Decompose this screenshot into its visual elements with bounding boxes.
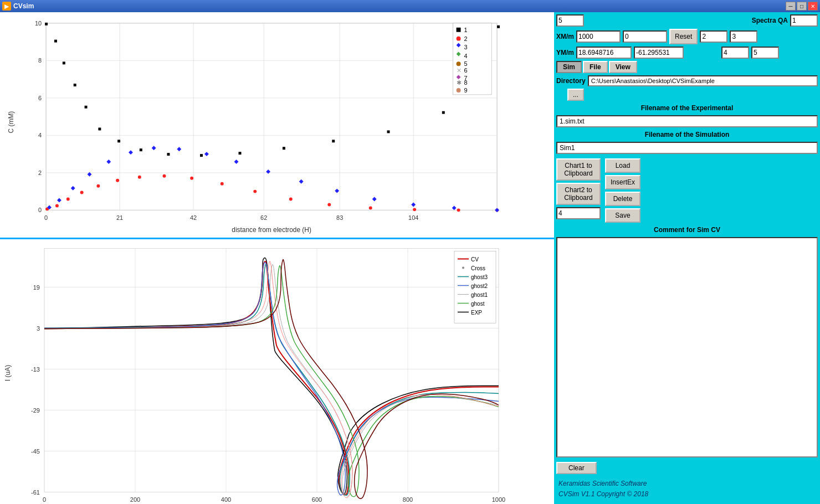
- chart-num-input[interactable]: [556, 207, 601, 219]
- svg-rect-30: [54, 40, 57, 43]
- footer-line1: Keramidas Scientific Software: [558, 479, 816, 489]
- browse-btn-row: ...: [556, 89, 818, 101]
- svg-point-58: [369, 206, 372, 209]
- svg-text:6: 6: [464, 67, 468, 74]
- num-input-5[interactable]: [751, 47, 779, 59]
- svg-text:42: 42: [190, 214, 197, 221]
- svg-text:-61: -61: [31, 489, 40, 496]
- svg-point-49: [96, 184, 100, 188]
- maximize-button[interactable]: □: [797, 2, 807, 11]
- xm-input2[interactable]: [623, 30, 667, 43]
- svg-point-52: [163, 174, 166, 178]
- clear-button[interactable]: Clear: [556, 462, 597, 474]
- footer-line2: CVSim V1.1 Copyright © 2018: [558, 489, 816, 500]
- svg-text:400: 400: [221, 496, 231, 503]
- num-input-4[interactable]: [721, 47, 749, 59]
- svg-text:ghost: ghost: [471, 301, 485, 307]
- svg-text:10: 10: [35, 20, 42, 27]
- svg-text:✕: ✕: [457, 67, 462, 74]
- svg-text:2: 2: [38, 169, 42, 176]
- chart1-clipboard-button[interactable]: Chart1 toClipboard: [556, 158, 601, 181]
- svg-text:104: 104: [408, 214, 418, 221]
- comment-textarea[interactable]: [556, 237, 818, 457]
- sim-menu-btn[interactable]: Sim: [556, 61, 582, 73]
- left-buttons: Chart1 toClipboard Chart2 toClipboard: [556, 158, 601, 223]
- menu-bar: Sim File View: [556, 61, 818, 73]
- ym-label: YM/m: [556, 49, 574, 56]
- svg-text:0: 0: [44, 214, 48, 221]
- reset-button[interactable]: Reset: [669, 29, 698, 44]
- svg-text:19: 19: [33, 284, 40, 291]
- svg-point-51: [138, 176, 141, 179]
- svg-point-53: [190, 177, 193, 180]
- directory-row: Directory C:\Users\Anastasios\Desktop\CV…: [556, 75, 818, 86]
- close-button[interactable]: ✕: [808, 2, 818, 11]
- spectra-qa-input[interactable]: [790, 14, 818, 27]
- save-button[interactable]: Save: [605, 208, 640, 223]
- filename-sim-label: Filename of the Simulation: [556, 130, 818, 140]
- browse-button[interactable]: ...: [567, 89, 584, 101]
- comment-label: Comment for Sim CV: [556, 225, 818, 235]
- xm-row: XM/m Reset: [556, 29, 818, 44]
- svg-text:200: 200: [130, 496, 140, 503]
- chart1-svg: 0 2 4 6 8 10 0 21 42 62 83 104 C (mM) di…: [0, 12, 554, 238]
- right-buttons: Load InsertEx Delete Save: [605, 158, 640, 223]
- svg-rect-63: [457, 28, 461, 32]
- svg-rect-35: [117, 140, 120, 142]
- svg-text:4: 4: [464, 53, 468, 59]
- chart2-svg: -61 -45 -29 -13 3 19 0 200 400 600 800 1…: [0, 239, 554, 504]
- load-button[interactable]: Load: [605, 158, 640, 173]
- num-input-2[interactable]: [700, 30, 727, 43]
- insertex-button[interactable]: InsertEx: [605, 175, 640, 189]
- file-menu-btn[interactable]: File: [583, 61, 608, 73]
- window-controls: ─ □ ✕: [786, 2, 818, 11]
- svg-text:1000: 1000: [492, 496, 505, 503]
- main-container: 0 2 4 6 8 10 0 21 42 62 83 104 C (mM) di…: [0, 12, 820, 504]
- svg-rect-31: [63, 61, 65, 64]
- filename-sim-input[interactable]: [556, 142, 818, 154]
- num-input-3[interactable]: [730, 30, 757, 43]
- svg-point-46: [55, 204, 59, 207]
- svg-text:ghost2: ghost2: [471, 283, 488, 289]
- footer: Keramidas Scientific Software CVSim V1.1…: [556, 476, 818, 502]
- svg-text:-45: -45: [31, 448, 40, 455]
- svg-point-60: [457, 208, 460, 212]
- charts-area: 0 2 4 6 8 10 0 21 42 62 83 104 C (mM) di…: [0, 12, 554, 504]
- sidebar: Spectra QA XM/m Reset YM/m Sim File View: [554, 12, 820, 504]
- top-input[interactable]: [556, 14, 584, 27]
- svg-text:-29: -29: [31, 407, 40, 414]
- minimize-button[interactable]: ─: [786, 2, 796, 11]
- chart-upper: 0 2 4 6 8 10 0 21 42 62 83 104 C (mM) di…: [0, 12, 554, 239]
- filename-exp-row: [556, 115, 818, 127]
- svg-rect-38: [200, 154, 203, 157]
- svg-text:1: 1: [464, 27, 468, 33]
- svg-text:ghost1: ghost1: [471, 292, 488, 298]
- svg-text:8: 8: [38, 57, 42, 64]
- svg-rect-39: [239, 152, 242, 155]
- app-icon: ▶: [2, 2, 11, 11]
- svg-point-110: [462, 267, 464, 269]
- ym-row: YM/m: [556, 47, 818, 59]
- svg-text:-13: -13: [31, 366, 40, 373]
- directory-label: Directory: [556, 77, 586, 85]
- svg-text:Cross: Cross: [471, 265, 485, 271]
- ym-input1[interactable]: [576, 47, 632, 59]
- view-menu-btn[interactable]: View: [609, 61, 637, 73]
- svg-rect-43: [442, 111, 445, 114]
- svg-rect-33: [85, 106, 88, 109]
- chart2-clipboard-button[interactable]: Chart2 toClipboard: [556, 183, 601, 205]
- delete-button[interactable]: Delete: [605, 192, 640, 206]
- sidebar-top-row: Spectra QA: [556, 14, 818, 27]
- svg-point-65: [457, 37, 461, 41]
- svg-text:5: 5: [464, 60, 468, 67]
- svg-text:9: 9: [464, 87, 468, 94]
- svg-text:2: 2: [464, 35, 468, 42]
- svg-point-47: [66, 198, 70, 201]
- svg-text:62: 62: [260, 214, 267, 221]
- svg-text:0: 0: [38, 207, 42, 213]
- svg-point-56: [289, 198, 293, 201]
- xm-input1[interactable]: [576, 30, 621, 43]
- ym-input2[interactable]: [634, 47, 684, 59]
- svg-point-57: [327, 203, 331, 206]
- filename-exp-input[interactable]: [556, 115, 818, 127]
